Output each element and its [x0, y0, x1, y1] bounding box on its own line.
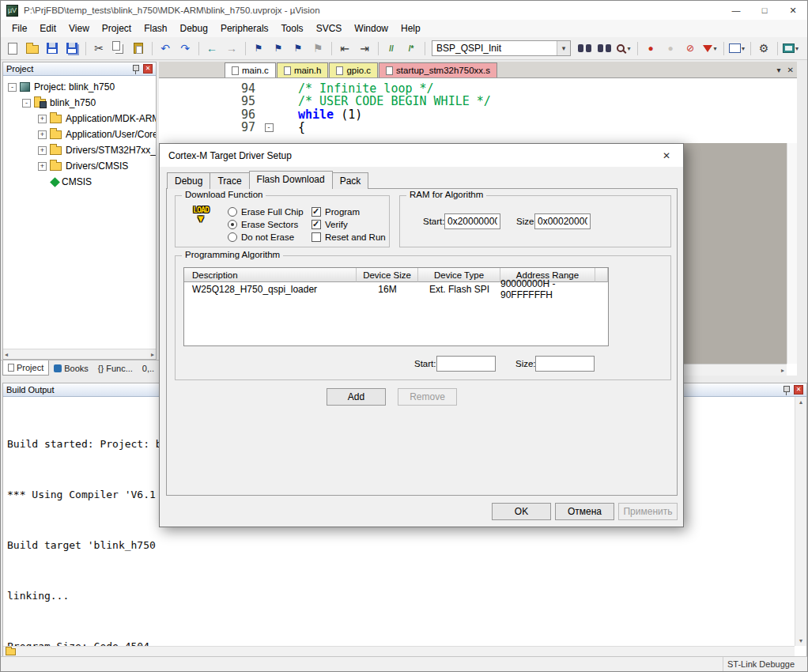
menu-item[interactable]: File — [6, 21, 33, 36]
menu-item[interactable]: Peripherals — [214, 21, 275, 36]
titlebar[interactable]: µV P:\PrjFBD\temp_tests\blink_h750\MDK-A… — [1, 1, 807, 20]
kill-breakpoints-icon[interactable]: ⊘ — [681, 39, 700, 58]
tab-gpio-c[interactable]: gpio.c — [329, 62, 378, 77]
project-hscrollbar[interactable]: ◂ ▸ — [3, 349, 156, 359]
verify-checkbox[interactable]: Verify — [311, 218, 386, 231]
column-header[interactable]: Device Size — [357, 268, 418, 282]
scroll-down-icon[interactable]: ▾ — [799, 637, 802, 644]
scroll-right-icon[interactable]: ▸ — [781, 367, 784, 374]
tree-toggle[interactable]: + — [38, 146, 47, 155]
tree-toggle[interactable]: - — [8, 83, 17, 92]
scroll-up-icon[interactable]: ▴ — [799, 398, 802, 406]
menu-item[interactable]: Window — [348, 21, 395, 36]
dialog-tab[interactable]: Debug — [167, 172, 210, 189]
erase-full-chip-radio[interactable]: Erase Full Chip — [228, 206, 304, 218]
tree-toggle[interactable]: + — [38, 162, 47, 171]
algorithm-size-input[interactable] — [535, 356, 595, 372]
add-button[interactable]: Add — [327, 388, 386, 406]
bookmark-clear-icon[interactable]: ⚑ — [308, 39, 327, 58]
tree-toggle[interactable]: + — [38, 130, 47, 139]
paste-icon[interactable] — [129, 39, 148, 58]
pin-icon[interactable] — [131, 64, 141, 74]
close-button[interactable]: ✕ — [779, 2, 807, 20]
build-output-hscrollbar[interactable] — [3, 646, 795, 657]
ram-size-input[interactable] — [534, 213, 591, 229]
navigate-back-icon[interactable]: ← — [202, 39, 221, 58]
tree-item[interactable]: - Project: blink_h750 — [3, 79, 156, 95]
remove-button[interactable]: Remove — [398, 388, 457, 406]
dialog-tab[interactable]: Trace — [210, 172, 249, 189]
window-layout-icon[interactable] — [727, 39, 746, 58]
maximize-button[interactable]: □ — [750, 2, 779, 20]
program-checkbox[interactable]: Program — [311, 206, 386, 218]
find-in-files-icon[interactable] — [575, 39, 594, 58]
ok-button[interactable]: OK — [492, 503, 551, 520]
navigate-forward-icon[interactable]: → — [222, 39, 241, 58]
reset-and-run-checkbox[interactable]: Reset and Run — [311, 231, 386, 244]
dialog-tab[interactable]: Flash Download — [249, 171, 333, 189]
minimize-button[interactable]: — — [722, 2, 750, 20]
indent-icon[interactable]: ⇥ — [355, 39, 374, 58]
panel-tab-functions[interactable]: {} Func... — [93, 361, 138, 376]
menu-item[interactable]: Edit — [33, 21, 62, 36]
breakpoint-options-icon[interactable] — [700, 39, 719, 58]
apply-button[interactable]: Применить — [618, 503, 678, 520]
configuration-wrench-icon[interactable]: ⚙ — [754, 39, 773, 58]
panel-tab-project[interactable]: Project — [2, 361, 49, 376]
pin-icon[interactable] — [782, 385, 791, 395]
bookmark-toggle-icon[interactable]: ⚑ — [249, 39, 268, 58]
bookmark-prev-icon[interactable]: ⚑ — [269, 39, 288, 58]
save-icon[interactable] — [43, 39, 62, 58]
cancel-button[interactable]: Отмена — [555, 503, 614, 520]
comment-icon[interactable]: // — [382, 39, 401, 58]
menu-item[interactable]: Debug — [174, 21, 214, 36]
undo-icon[interactable]: ↶ — [156, 39, 175, 58]
tree-item[interactable]: + Drivers/STM32H7xx_H — [3, 142, 156, 158]
insert-breakpoint-icon[interactable]: ● — [641, 39, 660, 58]
algorithm-row[interactable]: W25Q128_H750_qspi_loader 16M Ext. Flash … — [184, 282, 608, 296]
tree-item[interactable]: + Application/User/Core — [3, 126, 156, 142]
tree-toggle[interactable]: - — [22, 99, 31, 108]
combo-dropdown-icon[interactable] — [557, 41, 570, 55]
search-magnifier-icon[interactable] — [614, 39, 633, 58]
open-folder-icon[interactable] — [23, 39, 42, 58]
panel-tab-books[interactable]: Books — [49, 361, 93, 376]
close-document-icon[interactable] — [787, 64, 794, 75]
build-output-vscrollbar[interactable]: ▴ ▾ — [795, 397, 806, 646]
redo-icon[interactable]: ↷ — [176, 39, 194, 58]
symbol-combo[interactable]: BSP_QSPI_Init — [432, 40, 571, 56]
tree-item[interactable]: CMSIS — [3, 174, 156, 190]
code-fold-icon[interactable] — [265, 123, 274, 132]
erase-sectors-radio[interactable]: Erase Sectors — [228, 218, 304, 231]
disable-breakpoint-icon[interactable]: ● — [661, 39, 680, 58]
menu-item[interactable]: Tools — [275, 21, 310, 36]
scroll-right-icon[interactable]: ▸ — [151, 351, 154, 358]
dialog-titlebar[interactable]: Cortex-M Target Driver Setup — [160, 144, 683, 167]
tree-toggle[interactable]: + — [38, 115, 47, 123]
copy-icon[interactable] — [109, 39, 128, 58]
help-docs-icon[interactable] — [781, 39, 800, 58]
outdent-icon[interactable]: ⇤ — [335, 39, 354, 58]
save-all-icon[interactable] — [62, 39, 81, 58]
menu-item[interactable]: Help — [395, 21, 427, 36]
cut-icon[interactable]: ✂ — [89, 39, 108, 58]
dialog-tab[interactable]: Pack — [332, 172, 369, 189]
find-icon[interactable] — [595, 39, 614, 58]
dialog-close-icon[interactable] — [650, 144, 683, 167]
tab-main-h[interactable]: main.h — [277, 62, 329, 77]
algorithm-start-input[interactable] — [436, 356, 496, 372]
tab-main-c[interactable]: main.c — [225, 62, 276, 77]
tree-item[interactable]: + Application/MDK-ARM — [3, 111, 156, 126]
menu-item[interactable]: SVCS — [310, 21, 349, 36]
tab-startup-s[interactable]: startup_stm32h750xx.s — [379, 62, 497, 77]
ram-start-input[interactable] — [444, 213, 500, 229]
menu-item[interactable]: Project — [96, 21, 138, 36]
tab-list-dropdown-icon[interactable] — [777, 64, 781, 75]
new-file-icon[interactable] — [3, 39, 22, 58]
uncomment-icon[interactable]: /* — [402, 39, 421, 58]
close-panel-icon[interactable] — [794, 385, 803, 395]
panel-tab-templates[interactable]: 0,.. — [138, 361, 159, 376]
menu-item[interactable]: Flash — [138, 21, 173, 36]
menu-item[interactable]: View — [62, 21, 96, 36]
column-header[interactable]: Description — [184, 268, 357, 282]
